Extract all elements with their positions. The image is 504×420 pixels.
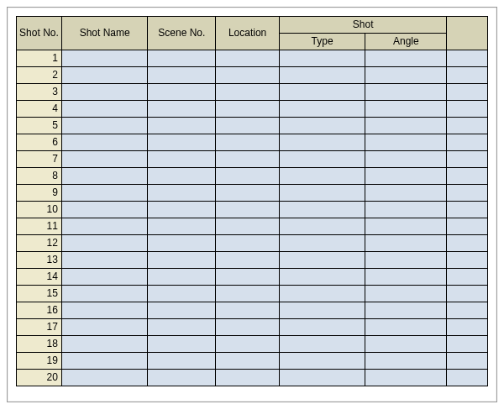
cell-name[interactable] bbox=[61, 302, 147, 319]
cell-type[interactable] bbox=[279, 151, 365, 168]
cell-angle[interactable] bbox=[365, 353, 447, 370]
cell-scene[interactable] bbox=[148, 286, 216, 302]
cell-x[interactable] bbox=[447, 353, 488, 370]
cell-name[interactable] bbox=[61, 370, 147, 386]
cell-angle[interactable] bbox=[365, 101, 447, 118]
cell-name[interactable] bbox=[61, 202, 147, 218]
cell-x[interactable] bbox=[447, 134, 488, 151]
cell-loc[interactable] bbox=[216, 302, 280, 319]
cell-loc[interactable] bbox=[216, 269, 280, 286]
cell-angle[interactable] bbox=[365, 202, 447, 218]
cell-x[interactable] bbox=[447, 269, 488, 286]
cell-angle[interactable] bbox=[365, 118, 447, 134]
cell-shot-no[interactable]: 15 bbox=[17, 286, 62, 302]
cell-name[interactable] bbox=[61, 118, 147, 134]
cell-angle[interactable] bbox=[365, 134, 447, 151]
cell-angle[interactable] bbox=[365, 151, 447, 168]
cell-name[interactable] bbox=[61, 67, 147, 84]
cell-scene[interactable] bbox=[148, 202, 216, 218]
cell-angle[interactable] bbox=[365, 370, 447, 386]
cell-name[interactable] bbox=[61, 151, 147, 168]
cell-name[interactable] bbox=[61, 185, 147, 202]
cell-x[interactable] bbox=[447, 319, 488, 336]
cell-type[interactable] bbox=[279, 252, 365, 269]
cell-type[interactable] bbox=[279, 286, 365, 302]
cell-loc[interactable] bbox=[216, 370, 280, 386]
cell-scene[interactable] bbox=[148, 370, 216, 386]
cell-loc[interactable] bbox=[216, 168, 280, 185]
cell-scene[interactable] bbox=[148, 118, 216, 134]
cell-angle[interactable] bbox=[365, 168, 447, 185]
cell-type[interactable] bbox=[279, 50, 365, 67]
cell-scene[interactable] bbox=[148, 50, 216, 67]
cell-shot-no[interactable]: 4 bbox=[17, 101, 62, 118]
cell-angle[interactable] bbox=[365, 336, 447, 353]
cell-type[interactable] bbox=[279, 101, 365, 118]
cell-loc[interactable] bbox=[216, 134, 280, 151]
cell-scene[interactable] bbox=[148, 353, 216, 370]
cell-x[interactable] bbox=[447, 50, 488, 67]
cell-shot-no[interactable]: 16 bbox=[17, 302, 62, 319]
cell-loc[interactable] bbox=[216, 218, 280, 235]
cell-loc[interactable] bbox=[216, 84, 280, 101]
cell-name[interactable] bbox=[61, 353, 147, 370]
cell-shot-no[interactable]: 17 bbox=[17, 319, 62, 336]
cell-shot-no[interactable]: 1 bbox=[17, 50, 62, 67]
cell-angle[interactable] bbox=[365, 185, 447, 202]
cell-x[interactable] bbox=[447, 370, 488, 386]
cell-shot-no[interactable]: 10 bbox=[17, 202, 62, 218]
cell-angle[interactable] bbox=[365, 84, 447, 101]
cell-shot-no[interactable]: 9 bbox=[17, 185, 62, 202]
cell-loc[interactable] bbox=[216, 353, 280, 370]
cell-name[interactable] bbox=[61, 319, 147, 336]
cell-name[interactable] bbox=[61, 252, 147, 269]
cell-angle[interactable] bbox=[365, 286, 447, 302]
cell-shot-no[interactable]: 18 bbox=[17, 336, 62, 353]
cell-shot-no[interactable]: 11 bbox=[17, 218, 62, 235]
cell-name[interactable] bbox=[61, 84, 147, 101]
cell-x[interactable] bbox=[447, 118, 488, 134]
cell-x[interactable] bbox=[447, 67, 488, 84]
cell-scene[interactable] bbox=[148, 269, 216, 286]
cell-name[interactable] bbox=[61, 269, 147, 286]
cell-type[interactable] bbox=[279, 319, 365, 336]
cell-type[interactable] bbox=[279, 168, 365, 185]
cell-loc[interactable] bbox=[216, 50, 280, 67]
cell-loc[interactable] bbox=[216, 185, 280, 202]
cell-scene[interactable] bbox=[148, 218, 216, 235]
cell-scene[interactable] bbox=[148, 134, 216, 151]
cell-angle[interactable] bbox=[365, 50, 447, 67]
cell-scene[interactable] bbox=[148, 151, 216, 168]
cell-type[interactable] bbox=[279, 118, 365, 134]
cell-scene[interactable] bbox=[148, 101, 216, 118]
cell-loc[interactable] bbox=[216, 67, 280, 84]
cell-x[interactable] bbox=[447, 235, 488, 252]
cell-angle[interactable] bbox=[365, 269, 447, 286]
cell-shot-no[interactable]: 2 bbox=[17, 67, 62, 84]
cell-name[interactable] bbox=[61, 336, 147, 353]
cell-scene[interactable] bbox=[148, 252, 216, 269]
cell-shot-no[interactable]: 5 bbox=[17, 118, 62, 134]
cell-angle[interactable] bbox=[365, 218, 447, 235]
cell-name[interactable] bbox=[61, 168, 147, 185]
cell-x[interactable] bbox=[447, 151, 488, 168]
cell-type[interactable] bbox=[279, 202, 365, 218]
cell-name[interactable] bbox=[61, 218, 147, 235]
cell-x[interactable] bbox=[447, 302, 488, 319]
cell-type[interactable] bbox=[279, 84, 365, 101]
cell-angle[interactable] bbox=[365, 302, 447, 319]
cell-loc[interactable] bbox=[216, 336, 280, 353]
cell-loc[interactable] bbox=[216, 252, 280, 269]
cell-type[interactable] bbox=[279, 134, 365, 151]
cell-loc[interactable] bbox=[216, 286, 280, 302]
cell-x[interactable] bbox=[447, 168, 488, 185]
cell-x[interactable] bbox=[447, 101, 488, 118]
cell-type[interactable] bbox=[279, 370, 365, 386]
cell-type[interactable] bbox=[279, 353, 365, 370]
cell-shot-no[interactable]: 14 bbox=[17, 269, 62, 286]
cell-name[interactable] bbox=[61, 50, 147, 67]
cell-shot-no[interactable]: 20 bbox=[17, 370, 62, 386]
cell-angle[interactable] bbox=[365, 319, 447, 336]
cell-x[interactable] bbox=[447, 218, 488, 235]
cell-loc[interactable] bbox=[216, 151, 280, 168]
